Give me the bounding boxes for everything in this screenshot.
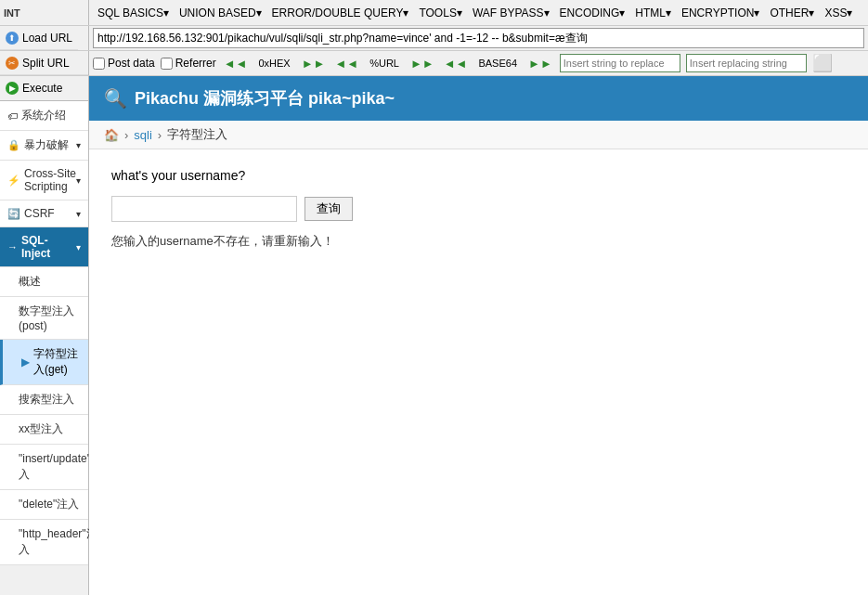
- nav-item-sqlinject[interactable]: → SQL-Inject ▾: [0, 227, 88, 267]
- split-url-button[interactable]: ✂ Split URL: [0, 51, 88, 75]
- 0xhex-encode-arrow[interactable]: ►►: [300, 57, 328, 71]
- menu-encryption[interactable]: ENCRYPTION▾: [677, 5, 764, 21]
- question-text: what's your username?: [111, 168, 846, 183]
- username-input[interactable]: [111, 196, 297, 222]
- menu-union-based[interactable]: UNION BASED▾: [175, 5, 266, 21]
- result-text: 您输入的username不存在，请重新输入！: [111, 233, 846, 250]
- nav-item-csrf[interactable]: 🔄 CSRF ▾: [0, 200, 88, 227]
- app-wrapper: INT SQL BASICS▾ UNION BASED▾ ERROR/DOUBL…: [0, 0, 868, 595]
- menu-tools[interactable]: TOOLS▾: [414, 5, 466, 21]
- breadcrumb-sep1: ›: [124, 128, 128, 142]
- menu-html[interactable]: HTML▾: [630, 5, 676, 21]
- sqlinject-chevron: ▾: [76, 242, 81, 252]
- menu-error-double[interactable]: ERROR/DOUBLE QUERY▾: [267, 5, 414, 21]
- execute-icon: ▶: [6, 82, 19, 95]
- nav-item-insert-update[interactable]: "insert/update"注入: [0, 445, 88, 490]
- csrf-chevron: ▾: [76, 209, 81, 219]
- toolbar-row3: ✂ Split URL Post data Referrer ◄◄ 0xHEX …: [0, 51, 868, 76]
- menu-encoding[interactable]: ENCODING▾: [555, 5, 630, 21]
- url-input[interactable]: [93, 28, 864, 48]
- breadcrumb-sqli[interactable]: sqli: [134, 128, 152, 142]
- nav-item-overview[interactable]: 概述: [0, 267, 88, 297]
- base64-decode-arrow[interactable]: ◄◄: [442, 57, 470, 71]
- toolbar-row1: INT SQL BASICS▾ UNION BASED▾ ERROR/DOUBL…: [0, 0, 868, 26]
- app-header: 🔍 Pikachu 漏洞练习平台 pika~pika~: [89, 76, 868, 121]
- browser-area: 🔍 Pikachu 漏洞练习平台 pika~pika~ 🏠 › sqli › 字…: [89, 76, 868, 595]
- breadcrumb-sep2: ›: [158, 128, 162, 142]
- menu-other[interactable]: OTHER▾: [765, 5, 819, 21]
- xss-chevron: ▾: [76, 175, 81, 186]
- post-data-checkbox-label[interactable]: Post data: [93, 57, 155, 70]
- nav-item-sysintro[interactable]: 🏷 系统介绍: [0, 101, 88, 131]
- menu-bar: SQL BASICS▾ UNION BASED▾ ERROR/DOUBLE QU…: [89, 0, 868, 25]
- url-bar-container: [89, 28, 868, 48]
- app-title: Pikachu 漏洞练习平台 pika~pika~: [135, 87, 395, 110]
- breadcrumb: 🏠 › sqli › 字符型注入: [89, 121, 868, 149]
- nav-item-delete-inject[interactable]: "delete"注入: [0, 490, 88, 520]
- left-sidebar: ▶ Execute 🏷 系统介绍 🔒 暴力破解 ▾ ⚡ Cross-Site S…: [0, 76, 89, 595]
- nav-item-xx-inject[interactable]: xx型注入: [0, 415, 88, 445]
- nav-item-xss[interactable]: ⚡ Cross-Site Scripting ▾: [0, 161, 88, 200]
- menu-waf-bypass[interactable]: WAF BYPASS▾: [468, 5, 554, 21]
- breadcrumb-current: 字符型注入: [167, 126, 227, 143]
- lock-icon: 🔒: [7, 139, 20, 151]
- base64-encode-arrow[interactable]: ►►: [526, 57, 554, 71]
- app-search-icon: 🔍: [104, 87, 127, 110]
- url-encode-arrow[interactable]: ►►: [408, 57, 436, 71]
- bruteforce-chevron: ▾: [76, 140, 81, 150]
- url-button[interactable]: %URL: [366, 57, 403, 70]
- menu-sql-basics[interactable]: SQL BASICS▾: [93, 5, 174, 21]
- top-section: INT SQL BASICS▾ UNION BASED▾ ERROR/DOUBL…: [0, 0, 868, 76]
- toolbar-row2: ⬆ Load URL: [0, 26, 868, 51]
- execute-button[interactable]: ▶ Execute: [0, 76, 88, 101]
- 0xhex-decode-arrow[interactable]: ◄◄: [222, 57, 250, 71]
- post-data-checkbox[interactable]: [93, 58, 105, 70]
- input-row: 查询: [111, 196, 846, 222]
- content-area: ▶ Execute 🏷 系统介绍 🔒 暴力破解 ▾ ⚡ Cross-Site S…: [0, 76, 868, 595]
- tag-icon: 🏷: [7, 110, 18, 122]
- sqlinject-icon: →: [7, 241, 18, 252]
- referrer-checkbox[interactable]: [161, 58, 173, 70]
- nav-item-search-inject[interactable]: 搜索型注入: [0, 385, 88, 415]
- load-url-icon: ⬆: [6, 32, 19, 45]
- string-to-replace-input[interactable]: [560, 54, 680, 72]
- selected-indicator: ▶: [21, 356, 30, 369]
- load-url-button[interactable]: ⬆ Load URL: [0, 26, 78, 50]
- split-execute-area: ✂ Split URL: [0, 51, 89, 75]
- xss-icon: ⚡: [7, 175, 20, 187]
- int-label: INT: [0, 0, 89, 25]
- base64-button[interactable]: BASE64: [474, 57, 521, 70]
- load-url-area: ⬆ Load URL: [0, 26, 89, 50]
- nav-item-bruteforce[interactable]: 🔒 暴力破解 ▾: [0, 131, 88, 161]
- referrer-checkbox-label[interactable]: Referrer: [161, 57, 216, 70]
- nav-item-numeric-post[interactable]: 数字型注入(post): [0, 297, 88, 340]
- main-content: what's your username? 查询 您输入的username不存在…: [89, 149, 868, 595]
- nav-item-http-header[interactable]: "http_header"注入: [0, 520, 88, 565]
- split-url-icon: ✂: [6, 57, 19, 70]
- options-bar: Post data Referrer ◄◄ 0xHEX ►► ◄◄ %URL ►…: [89, 53, 868, 73]
- menu-xss[interactable]: XSS▾: [820, 5, 857, 21]
- breadcrumb-home[interactable]: 🏠: [104, 128, 119, 142]
- query-button[interactable]: 查询: [304, 197, 353, 221]
- 0xhex-button[interactable]: 0xHEX: [254, 57, 293, 70]
- url-decode-arrow[interactable]: ◄◄: [332, 57, 360, 71]
- csrf-icon: 🔄: [7, 208, 20, 220]
- nav-item-string-get[interactable]: ▶ 字符型注入(get): [0, 340, 88, 385]
- replacing-string-input[interactable]: [686, 54, 807, 72]
